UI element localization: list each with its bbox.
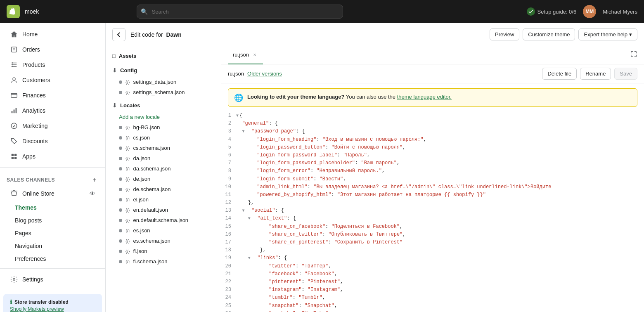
shopify-markets-link[interactable]: Shopify Markets preview	[10, 306, 64, 312]
orders-icon	[10, 45, 18, 54]
settings-icon	[10, 275, 18, 284]
sidebar-item-home[interactable]: Home	[3, 27, 102, 42]
code-tab-ru-json[interactable]: ru.json ×	[228, 46, 263, 64]
customize-theme-button[interactable]: Customize theme	[523, 28, 575, 40]
back-button[interactable]	[112, 28, 125, 41]
file-es[interactable]: {/} es.json	[106, 225, 221, 236]
json-icon: {/}	[125, 208, 130, 213]
expand-button[interactable]	[630, 50, 637, 60]
svg-rect-16	[14, 157, 17, 159]
sidebar-item-settings[interactable]: Settings	[3, 272, 102, 287]
analytics-icon	[10, 106, 18, 115]
theme-language-editor-link[interactable]: theme language editor.	[397, 94, 452, 100]
store-name[interactable]: moek	[25, 8, 39, 15]
file-fi-schema[interactable]: {/} fi.schema.json	[106, 256, 221, 267]
sidebar-item-online-store[interactable]: Online Store 👁	[3, 186, 102, 201]
file-dot-icon	[119, 219, 122, 222]
sidebar-item-products[interactable]: Products	[3, 57, 102, 72]
file-da-schema[interactable]: {/} da.schema.json	[106, 163, 221, 174]
sidebar-item-apps[interactable]: Apps	[3, 149, 102, 164]
expert-help-button[interactable]: Expert theme help ▾	[578, 28, 637, 40]
code-line-9: 9 "login_form_submit": "Ввести",	[221, 175, 644, 183]
save-button[interactable]: Save	[614, 68, 637, 80]
sidebar-item-analytics[interactable]: Analytics	[3, 103, 102, 118]
json-icon: {/}	[125, 177, 130, 182]
svg-rect-15	[12, 157, 14, 159]
finances-icon	[10, 91, 18, 99]
json-icon: {/}	[125, 146, 130, 151]
delete-file-button[interactable]: Delete file	[542, 68, 577, 80]
globe-icon: 🌐	[234, 93, 243, 102]
sidebar-item-customers[interactable]: Customers	[3, 73, 102, 87]
locales-folder[interactable]: ⬇ Locales	[106, 99, 221, 112]
file-da[interactable]: {/} da.json	[106, 153, 221, 163]
apps-icon	[10, 152, 18, 161]
file-dot-icon	[119, 260, 122, 263]
config-folder[interactable]: ⬇ Config	[106, 64, 221, 77]
sidebar-divider-2	[0, 268, 105, 269]
add-locale-link[interactable]: Add a new locale	[106, 112, 221, 122]
svg-point-3	[12, 62, 13, 64]
sidebar-item-orders[interactable]: Orders	[3, 42, 102, 57]
products-icon	[10, 61, 18, 69]
avatar[interactable]: MM	[583, 5, 596, 18]
setup-guide[interactable]: Setup guide: 0/6	[527, 7, 577, 16]
sidebar-sub-item-themes[interactable]: Themes	[3, 201, 102, 214]
info-icon: ℹ	[10, 299, 12, 305]
sidebar-item-discounts[interactable]: Discounts	[3, 134, 102, 149]
file-cs-schema[interactable]: {/} cs.schema.json	[106, 143, 221, 153]
sidebar-sub-item-blog-posts[interactable]: Blog posts	[3, 214, 102, 227]
sidebar: Home Orders Products Customers	[0, 23, 106, 312]
file-cs[interactable]: {/} cs.json	[106, 132, 221, 143]
add-sales-channel-button[interactable]: +	[90, 176, 99, 184]
assets-folder[interactable]: □ Assets	[106, 50, 221, 62]
file-el[interactable]: {/} el.json	[106, 194, 221, 205]
marketing-icon	[10, 122, 18, 130]
code-line-18: 18 },	[221, 246, 644, 254]
sidebar-item-finances[interactable]: Finances	[3, 88, 102, 103]
file-action-name: ru.json	[228, 71, 244, 77]
folder-download-icon-2: ⬇	[112, 102, 117, 109]
code-line-24: 24 "tumblr": "Tumblr",	[221, 294, 644, 302]
code-line-5: 5 "login_password_button": "Войти с помо…	[221, 144, 644, 151]
editor-header: Edit code for Dawn Preview Customize the…	[106, 23, 644, 46]
file-settings-schema[interactable]: {/} settings_schema.json	[106, 87, 221, 97]
topbar: moek 🔍 Setup guide: 0/6 MM Michael Myers	[0, 0, 644, 23]
code-line-4: 4 "login_form_heading": "Вход в магазин …	[221, 136, 644, 144]
sidebar-sub-item-pages[interactable]: Pages	[3, 227, 102, 239]
file-fi[interactable]: {/} fi.json	[106, 246, 221, 256]
info-banner: 🌐 Looking to edit your theme language? Y…	[228, 88, 637, 107]
file-dot-icon	[119, 136, 122, 139]
home-icon	[10, 30, 18, 38]
sidebar-sub-item-navigation[interactable]: Navigation	[3, 240, 102, 252]
svg-point-11	[11, 123, 17, 129]
file-action-bar: ru.json Older versions Delete file Renam…	[221, 64, 644, 83]
search-input[interactable]	[137, 5, 343, 19]
preview-button[interactable]: Preview	[490, 28, 519, 40]
file-tree-locales: ⬇ Locales Add a new locale {/} bg-BG.jso…	[106, 99, 221, 267]
code-line-7: 7 "login_form_password_placeholder": "Ва…	[221, 159, 644, 167]
file-en-default[interactable]: {/} en.default.json	[106, 205, 221, 215]
code-line-23: 23 "instagram": "Instagram",	[221, 286, 644, 294]
sidebar-sub-item-preferences[interactable]: Preferences	[3, 253, 102, 265]
file-settings-data[interactable]: {/} settings_data.json	[106, 77, 221, 87]
file-dot-icon	[119, 80, 122, 84]
svg-rect-7	[11, 94, 17, 98]
file-en-default-schema[interactable]: {/} en.default.schema.json	[106, 215, 221, 225]
file-es-schema[interactable]: {/} es.schema.json	[106, 236, 221, 246]
close-tab-icon[interactable]: ×	[251, 52, 258, 58]
svg-point-6	[13, 78, 15, 80]
older-versions-link[interactable]: Older versions	[247, 71, 282, 77]
sidebar-bottom-title: ℹ Store transfer disabled	[10, 299, 95, 305]
file-tree: □ Assets ⬇ Config {/} settings_data.json	[106, 46, 221, 312]
search-bar[interactable]: 🔍	[137, 5, 343, 19]
sidebar-item-marketing[interactable]: Marketing	[3, 118, 102, 133]
file-bg-BG[interactable]: {/} bg-BG.json	[106, 122, 221, 132]
rename-button[interactable]: Rename	[580, 68, 611, 80]
user-name[interactable]: Michael Myers	[603, 9, 637, 15]
discounts-icon	[10, 137, 18, 145]
file-de-schema[interactable]: {/} de.schema.json	[106, 184, 221, 194]
code-content[interactable]: 1 ▼{ 2 "general": { 3 ▼ "password_page":…	[221, 112, 644, 312]
file-de[interactable]: {/} de.json	[106, 174, 221, 184]
shopify-logo	[7, 5, 20, 18]
